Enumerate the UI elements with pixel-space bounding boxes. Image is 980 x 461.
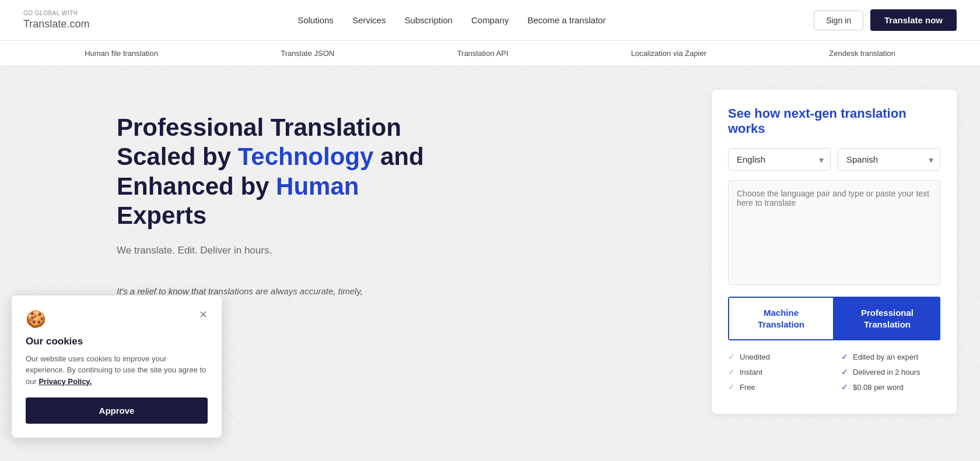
- nav-solutions[interactable]: Solutions: [298, 15, 334, 25]
- cookie-close-button[interactable]: ✕: [199, 309, 208, 320]
- professional-translation-button[interactable]: ProfessionalTranslation: [834, 297, 940, 340]
- cookie-header: 🍪 ✕: [26, 309, 208, 329]
- translation-input[interactable]: [728, 180, 940, 285]
- check-icon-expert: ✓: [841, 352, 848, 361]
- hero-title: Professional Translation Scaled by Techn…: [117, 113, 665, 231]
- cookie-icon: 🍪: [26, 309, 46, 329]
- nav-company[interactable]: Company: [471, 15, 509, 25]
- source-lang-wrapper: English French German: [728, 148, 831, 171]
- check-icon-instant: ✓: [728, 367, 735, 376]
- subnav-translate-json[interactable]: Translate JSON: [281, 49, 334, 58]
- hero-subtitle: We translate. Edit. Deliver in hours.: [117, 245, 665, 256]
- logo[interactable]: Translate.com: [23, 16, 89, 30]
- subnav-localization-zapier[interactable]: Localization via Zapier: [631, 49, 706, 58]
- pro-feature-3: ✓ $0.08 per word: [841, 382, 940, 392]
- subnav-translation-api[interactable]: Translation API: [457, 49, 509, 58]
- translation-buttons: MachineTranslation ProfessionalTranslati…: [728, 297, 940, 340]
- check-icon-delivery: ✓: [841, 367, 848, 376]
- logo-brand: Translate.com: [23, 16, 89, 30]
- machine-feature-1: ✓ Unedited: [728, 352, 827, 361]
- pro-feature-2: ✓ Delivered in 2 hours: [841, 367, 940, 376]
- professional-features-col: ✓ Edited by an expert ✓ Delivered in 2 h…: [841, 352, 940, 397]
- header: GO GLOBAL WITH Translate.com Solutions S…: [0, 0, 980, 41]
- nav-become-translator[interactable]: Become a translator: [527, 15, 606, 25]
- check-icon-unedited: ✓: [728, 352, 735, 361]
- cookie-title: Our cookies: [26, 336, 208, 347]
- translation-card: See how next-gen translation works Engli…: [712, 90, 957, 414]
- nav-subscription[interactable]: Subscription: [404, 15, 453, 25]
- machine-feature-3: ✓ Free: [728, 382, 827, 392]
- signin-button[interactable]: Sign in: [814, 10, 863, 30]
- target-lang-select[interactable]: Spanish French German: [838, 148, 940, 171]
- main-nav: Solutions Services Subscription Company …: [298, 15, 606, 25]
- lang-selectors: English French German Spanish French Ger…: [728, 148, 940, 171]
- card-title: See how next-gen translation works: [728, 106, 940, 136]
- sub-nav: Human file translation Translate JSON Tr…: [0, 41, 980, 66]
- translate-now-button[interactable]: Translate now: [870, 9, 957, 31]
- check-icon-price: ✓: [841, 382, 848, 392]
- logo-area: GO GLOBAL WITH Translate.com: [23, 10, 89, 30]
- features-section: ✓ Unedited ✓ Instant ✓ Free ✓ Ed: [728, 352, 940, 397]
- machine-features-col: ✓ Unedited ✓ Instant ✓ Free: [728, 352, 827, 397]
- cookie-banner: 🍪 ✕ Our cookies Our website uses cookies…: [12, 295, 222, 438]
- cookie-text: Our website uses cookies to improve your…: [26, 353, 208, 388]
- right-panel: See how next-gen translation works Engli…: [700, 66, 980, 461]
- pro-feature-1: ✓ Edited by an expert: [841, 352, 940, 361]
- check-icon-free: ✓: [728, 382, 735, 392]
- header-actions: Sign in Translate now: [814, 9, 957, 31]
- subnav-human-file[interactable]: Human file translation: [85, 49, 158, 58]
- nav-services[interactable]: Services: [352, 15, 386, 25]
- subnav-zendesk[interactable]: Zendesk translation: [829, 49, 895, 58]
- privacy-policy-link[interactable]: Privacy Policy.: [38, 377, 92, 386]
- machine-translation-button[interactable]: MachineTranslation: [728, 297, 834, 340]
- machine-feature-2: ✓ Instant: [728, 367, 827, 376]
- approve-button[interactable]: Approve: [26, 397, 208, 424]
- source-lang-select[interactable]: English French German: [728, 148, 831, 171]
- target-lang-wrapper: Spanish French German: [838, 148, 940, 171]
